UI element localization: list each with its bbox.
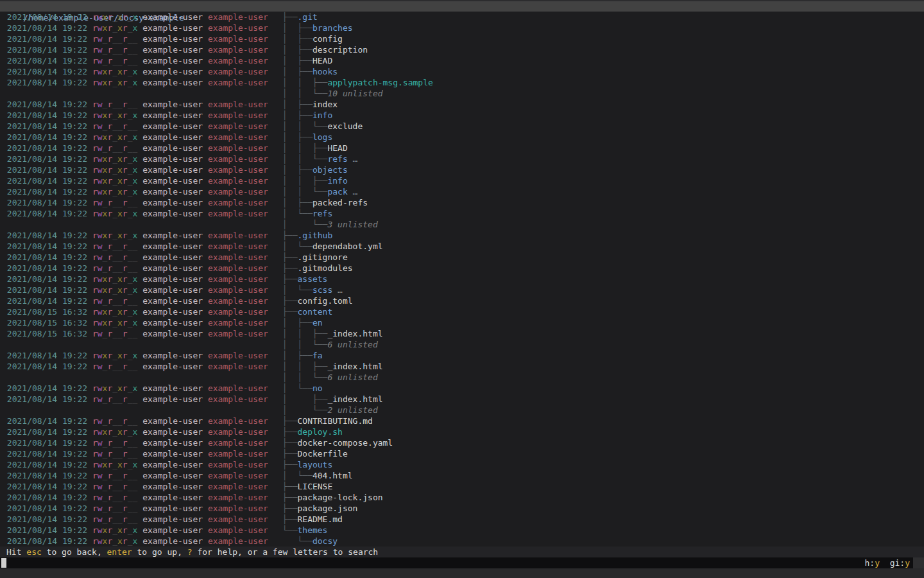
file-metadata: 2021/08/14 19:22 rw_r__r__ example-user … xyxy=(2,241,268,252)
file-metadata: 2021/08/14 19:22 rw_r__r__ example-user … xyxy=(2,394,268,405)
file-date: 2021/08/14 19:22 xyxy=(2,416,92,426)
file-date: 2021/08/14 19:22 xyxy=(2,154,92,164)
directory-entry[interactable]: no xyxy=(312,383,323,393)
directory-entry[interactable]: info xyxy=(312,110,332,120)
tree-cell: │ └──404.html xyxy=(282,470,353,481)
file-entry[interactable]: exclude xyxy=(327,121,363,131)
branch-lines: │ ├── xyxy=(282,351,312,360)
tree-row: │ │ └──10 unlisted xyxy=(0,88,924,99)
directory-entry[interactable]: docsy xyxy=(312,536,338,546)
search-input-bar[interactable]: h:y gi:y xyxy=(0,557,924,568)
branch-lines: │ ├── xyxy=(282,34,312,44)
file-entry[interactable]: HEAD xyxy=(312,56,332,66)
directory-entry[interactable]: branches xyxy=(312,23,353,33)
tree-row: 2021/08/14 19:22 rwxr_xr_x example-user … xyxy=(0,459,924,470)
file-metadata: 2021/08/14 19:22 rw_r__r__ example-user … xyxy=(2,470,268,481)
executable-entry[interactable]: applypatch-msg.sample xyxy=(327,78,432,87)
file-entry[interactable]: .gitignore xyxy=(297,252,347,262)
tree-row: 2021/08/14 19:22 rw_r__r__ example-user … xyxy=(0,33,924,44)
tree-row: 2021/08/14 19:22 rwxr_xr_x example-user … xyxy=(0,383,924,394)
tree-cell: ├──docker-compose.yaml xyxy=(282,437,393,448)
file-group: example-user xyxy=(203,100,268,109)
directory-entry[interactable]: pack xyxy=(327,187,347,197)
file-group: example-user xyxy=(203,78,268,87)
file-date: 2021/08/14 19:22 xyxy=(2,460,92,469)
file-owner: example-user xyxy=(137,460,203,469)
directory-entry[interactable]: fa xyxy=(312,351,323,360)
file-entry[interactable]: package-lock.json xyxy=(297,493,382,502)
file-entry[interactable]: _index.html xyxy=(327,362,382,371)
file-entry[interactable]: HEAD xyxy=(327,143,347,153)
branch-lines: ├── xyxy=(282,12,297,22)
directory-entry[interactable]: themes xyxy=(297,525,327,535)
branch-lines: ├── xyxy=(282,482,297,491)
file-owner: example-user xyxy=(137,318,203,328)
file-entry[interactable]: config xyxy=(312,34,343,44)
directory-entry[interactable]: scss xyxy=(312,285,332,295)
file-entry[interactable]: Dockerfile xyxy=(297,449,347,459)
tree-row: 2021/08/15 16:32 rwxr_xr_x example-user … xyxy=(0,306,924,317)
file-metadata: 2021/08/14 19:22 rw_r__r__ example-user … xyxy=(2,143,268,153)
tree-cell: │ ├──branches xyxy=(282,22,353,33)
file-group: example-user xyxy=(203,34,268,44)
file-entry[interactable]: .gitmodules xyxy=(297,263,352,273)
branch-lines: │ │ ├── xyxy=(282,78,327,87)
tree-row: 2021/08/14 19:22 rw_r__r__ example-user … xyxy=(0,197,924,208)
file-owner: example-user xyxy=(137,482,203,491)
directory-entry[interactable]: refs xyxy=(312,209,332,218)
directory-entry[interactable]: .github xyxy=(297,231,332,240)
file-entry[interactable]: package.json xyxy=(297,504,357,513)
file-owner: example-user xyxy=(137,100,203,109)
file-entry[interactable]: _index.html xyxy=(327,329,382,338)
file-permissions: rw_r__r__ xyxy=(92,296,137,306)
branch-lines: ├── xyxy=(282,231,297,240)
tree-cell: ├──.github xyxy=(282,230,332,241)
directory-entry[interactable]: refs xyxy=(327,154,347,164)
file-metadata: 2021/08/14 19:22 rwxr_xr_x example-user … xyxy=(2,110,268,121)
branch-lines: │ ├── xyxy=(282,394,327,404)
tree-cell: │ └──3 unlisted xyxy=(282,219,378,230)
file-metadata: 2021/08/14 19:22 rwxr_xr_x example-user … xyxy=(2,186,268,197)
file-metadata: 2021/08/14 19:22 rwxr_xr_x example-user … xyxy=(2,350,268,361)
tree-row: 2021/08/14 19:22 rw_r__r__ example-user … xyxy=(0,394,924,405)
file-entry[interactable]: index xyxy=(312,100,338,109)
file-entry[interactable]: config.toml xyxy=(297,296,352,306)
executable-entry[interactable]: deploy.sh xyxy=(297,427,342,437)
file-permissions: rwxr_xr_x xyxy=(92,318,137,328)
directory-entry[interactable]: assets xyxy=(297,274,327,284)
file-permissions: rw_r__r__ xyxy=(92,482,137,491)
key-hint: ? xyxy=(187,547,193,557)
branch-lines: ├── xyxy=(282,504,297,513)
file-permissions: rw_r__r__ xyxy=(92,394,137,404)
file-entry[interactable]: description xyxy=(312,45,368,55)
file-group: example-user xyxy=(203,132,268,142)
file-entry[interactable]: dependabot.yml xyxy=(312,241,383,251)
file-permissions: rwxr_xr_x xyxy=(92,209,137,218)
file-entry[interactable]: 404.html xyxy=(312,471,353,480)
file-entry[interactable]: packed-refs xyxy=(312,198,368,207)
file-owner: example-user xyxy=(137,198,203,207)
directory-entry[interactable]: hooks xyxy=(312,67,338,76)
tree-cell: │ ├──objects xyxy=(282,164,348,175)
file-date: 2021/08/14 19:22 xyxy=(2,482,92,491)
file-entry[interactable]: LICENSE xyxy=(297,482,332,491)
file-entry[interactable]: CONTRIBUTING.md xyxy=(297,416,372,426)
directory-entry[interactable]: en xyxy=(312,318,323,328)
file-entry[interactable]: README.md xyxy=(297,514,342,524)
toggle-value: y xyxy=(905,558,910,568)
tree-row: 2021/08/14 19:22 rw_r__r__ example-user … xyxy=(0,416,924,426)
branch-lines: │ │ ├── xyxy=(282,329,327,338)
directory-entry[interactable]: info xyxy=(327,176,347,186)
unlisted-count: 10 unlisted xyxy=(327,89,382,98)
file-metadata: 2021/08/14 19:22 rw_r__r__ example-user … xyxy=(2,492,268,503)
file-date: 2021/08/15 16:32 xyxy=(2,318,92,328)
directory-entry[interactable]: layouts xyxy=(297,460,332,469)
file-owner: example-user xyxy=(137,514,203,524)
directory-entry[interactable]: objects xyxy=(312,165,348,175)
file-entry[interactable]: _index.html xyxy=(327,394,382,404)
file-entry[interactable]: docker-compose.yaml xyxy=(297,438,393,448)
directory-entry[interactable]: content xyxy=(297,307,332,317)
file-group: example-user xyxy=(203,274,268,284)
directory-entry[interactable]: logs xyxy=(312,132,332,142)
directory-entry[interactable]: .git xyxy=(297,12,317,22)
